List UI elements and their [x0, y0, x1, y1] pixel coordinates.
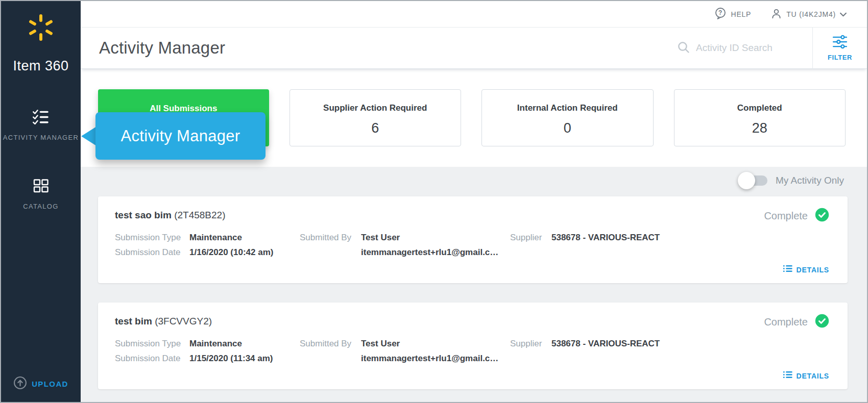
- search-input[interactable]: [696, 42, 798, 54]
- stat-label: Completed: [737, 103, 782, 113]
- status-label: Complete: [764, 316, 808, 328]
- my-activity-toggle[interactable]: [741, 175, 767, 186]
- stat-all-submissions[interactable]: All Submissions: [98, 89, 269, 146]
- sidebar-item-activity-manager[interactable]: ACTIVITY MANAGER: [1, 109, 81, 143]
- main-content: ? HELP TU (I4K2JM4): [81, 1, 867, 402]
- my-activity-row: My Activity Only: [741, 175, 844, 186]
- status-badge: Complete: [764, 208, 829, 224]
- activity-name: test sao bim: [115, 210, 172, 220]
- details-button[interactable]: DETAILS: [783, 265, 829, 275]
- upload-icon: [13, 376, 27, 392]
- checklist-icon: [32, 109, 50, 127]
- field-value: Maintenance: [189, 233, 242, 243]
- field-value: 538678 - VARIOUS-REACT: [551, 339, 660, 349]
- stat-value: 28: [752, 120, 767, 136]
- activity-name: test bim: [115, 316, 152, 326]
- stat-label: Internal Action Required: [517, 103, 618, 113]
- filter-button[interactable]: FILTER: [813, 28, 867, 69]
- field-value: itemmanagertest+rlu1@gmail.c…: [361, 354, 519, 364]
- activity-search: [677, 41, 798, 56]
- top-bar: ? HELP TU (I4K2JM4): [81, 1, 867, 28]
- field-value: 1/15/2020 (11:34 am): [189, 354, 273, 364]
- field-label: Submission Date: [115, 247, 181, 258]
- sidebar-item-catalog[interactable]: CATALOG: [1, 179, 81, 212]
- stats-band: All Submissions Supplier Action Required…: [81, 69, 867, 167]
- check-circle-icon: [815, 208, 829, 224]
- field-label: Submission Type: [115, 233, 181, 243]
- help-label: HELP: [731, 10, 751, 18]
- status-badge: Complete: [764, 314, 829, 330]
- details-button[interactable]: DETAILS: [783, 371, 829, 381]
- details-label: DETAILS: [797, 266, 829, 274]
- activity-title: test sao bim (2T458B22): [115, 210, 226, 221]
- sidebar-item-label: ACTIVITY MANAGER: [3, 133, 79, 143]
- user-menu[interactable]: TU (I4K2JM4): [770, 8, 847, 21]
- user-icon: [770, 8, 782, 21]
- title-bar: Activity Manager: [81, 28, 867, 69]
- brand-title: Item 360: [1, 58, 81, 74]
- stat-value: 6: [371, 120, 379, 136]
- status-label: Complete: [764, 210, 808, 222]
- my-activity-label: My Activity Only: [776, 175, 844, 186]
- upload-button[interactable]: UPLOAD: [1, 376, 81, 392]
- sidebar-item-label: CATALOG: [23, 202, 58, 212]
- field-value: Test User: [361, 339, 519, 349]
- toggle-knob: [738, 172, 755, 189]
- field-label: Submission Date: [115, 354, 181, 364]
- field-value: itemmanagertest+rlu1@gmail.c…: [361, 247, 519, 258]
- field-label: Supplier: [510, 233, 542, 243]
- chevron-down-icon: [840, 10, 847, 18]
- user-label: TU (I4K2JM4): [786, 10, 836, 18]
- activity-id: (2T458B22): [174, 210, 225, 220]
- stat-completed[interactable]: Completed 28: [674, 89, 846, 146]
- check-circle-icon: [815, 314, 829, 330]
- activity-id: (3FCVVGY2): [155, 316, 212, 326]
- stat-value: 0: [564, 120, 571, 136]
- stat-label: Supplier Action Required: [323, 103, 427, 113]
- activity-title: test bim (3FCVVGY2): [115, 316, 212, 327]
- filter-label: FILTER: [828, 54, 852, 61]
- upload-label: UPLOAD: [32, 380, 68, 388]
- details-list-icon: [783, 265, 792, 275]
- stat-supplier-action-required[interactable]: Supplier Action Required 6: [290, 89, 462, 146]
- stat-internal-action-required[interactable]: Internal Action Required 0: [481, 89, 654, 146]
- field-value: Test User: [361, 233, 519, 243]
- field-label: Submission Type: [115, 339, 181, 349]
- help-icon: ?: [714, 7, 727, 21]
- details-label: DETAILS: [797, 372, 829, 380]
- help-button[interactable]: ? HELP: [714, 7, 751, 21]
- walmart-spark-icon[interactable]: [1, 13, 81, 42]
- field-value: Maintenance: [189, 339, 242, 349]
- field-value: 1/16/2020 (10:42 am): [189, 247, 273, 258]
- app-window: Item 360 ACTIVITY MANAGER: [0, 0, 868, 403]
- filter-icon: [832, 35, 848, 51]
- field-label: Supplier: [510, 339, 542, 349]
- field-label: Submitted By: [300, 233, 351, 243]
- stat-label: All Submissions: [150, 104, 217, 114]
- activity-list-section: My Activity Only test sao bim (2T458B22)…: [81, 167, 867, 402]
- page-title: Activity Manager: [81, 38, 225, 58]
- grid-icon: [33, 179, 49, 195]
- sidebar: Item 360 ACTIVITY MANAGER: [1, 1, 81, 402]
- search-icon: [677, 41, 690, 56]
- details-list-icon: [783, 371, 792, 381]
- activity-card: test sao bim (2T458B22) Complete Submiss…: [98, 196, 848, 283]
- svg-text:?: ?: [718, 9, 722, 16]
- field-value: 538678 - VARIOUS-REACT: [551, 233, 660, 243]
- field-label: Submitted By: [300, 339, 351, 349]
- activity-card: test bim (3FCVVGY2) Complete Submission …: [98, 303, 848, 389]
